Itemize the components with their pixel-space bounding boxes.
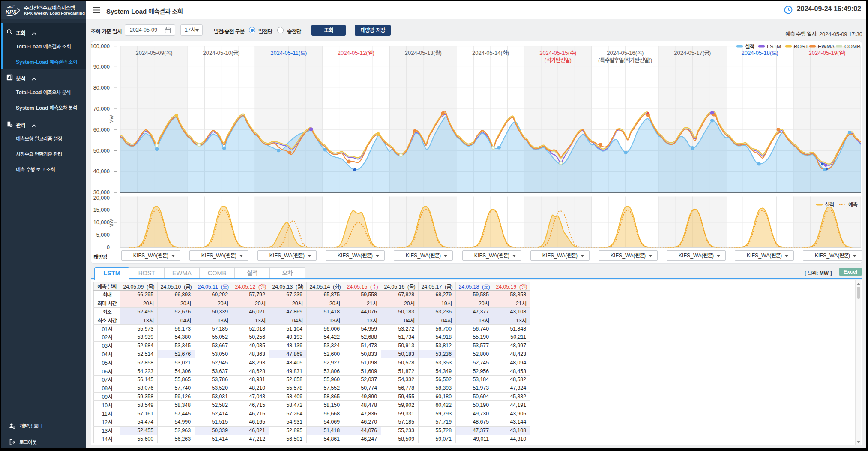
svg-text:2024-05-09(목): 2024-05-09(목) <box>136 50 173 56</box>
svg-text:MW: MW <box>109 219 114 228</box>
svg-text:20,000: 20,000 <box>93 195 110 201</box>
svg-text:100,000: 100,000 <box>91 43 110 49</box>
svg-text:MW: MW <box>109 115 114 123</box>
svg-text:EWMA: EWMA <box>818 44 835 50</box>
svg-text:40,000: 40,000 <box>93 168 110 174</box>
svg-text:LSTM: LSTM <box>767 44 781 50</box>
svg-text:70,000: 70,000 <box>93 106 110 112</box>
svg-text:2024-05-10(금): 2024-05-10(금) <box>203 50 240 56</box>
svg-text:0: 0 <box>107 244 110 250</box>
svg-text:2024-05-11(토): 2024-05-11(토) <box>270 50 307 56</box>
svg-text:10,000: 10,000 <box>93 219 110 226</box>
svg-text:5,000: 5,000 <box>96 232 110 238</box>
svg-text:2024-05-15(수): 2024-05-15(수) <box>539 50 576 56</box>
svg-text:80,000: 80,000 <box>93 85 110 91</box>
svg-text:실적: 실적 <box>825 202 834 208</box>
svg-text:2024-05-12(일): 2024-05-12(일) <box>338 50 374 56</box>
svg-text:2024-05-14(화): 2024-05-14(화) <box>472 50 509 56</box>
svg-text:15,000: 15,000 <box>93 207 110 213</box>
svg-text:(석가탄신일): (석가탄신일) <box>545 57 572 63</box>
svg-text:(특수일후일(석가탄신일)): (특수일후일(석가탄신일)) <box>598 57 652 63</box>
svg-text:COMB: COMB <box>844 44 861 50</box>
svg-text:2024-05-13(월): 2024-05-13(월) <box>405 50 442 56</box>
svg-text:예측: 예측 <box>848 202 858 208</box>
svg-text:실적: 실적 <box>745 44 754 50</box>
svg-text:50,000: 50,000 <box>93 148 110 154</box>
svg-text:2024-05-18(토): 2024-05-18(토) <box>741 50 778 56</box>
svg-text:BOST: BOST <box>794 44 808 50</box>
svg-text:2024-05-16(목): 2024-05-16(목) <box>607 50 644 56</box>
svg-text:2024-05-19(일): 2024-05-19(일) <box>808 50 845 56</box>
svg-text:2024-05-17(금): 2024-05-17(금) <box>674 50 711 56</box>
svg-text:90,000: 90,000 <box>93 64 110 70</box>
svg-text:60,000: 60,000 <box>93 127 110 133</box>
